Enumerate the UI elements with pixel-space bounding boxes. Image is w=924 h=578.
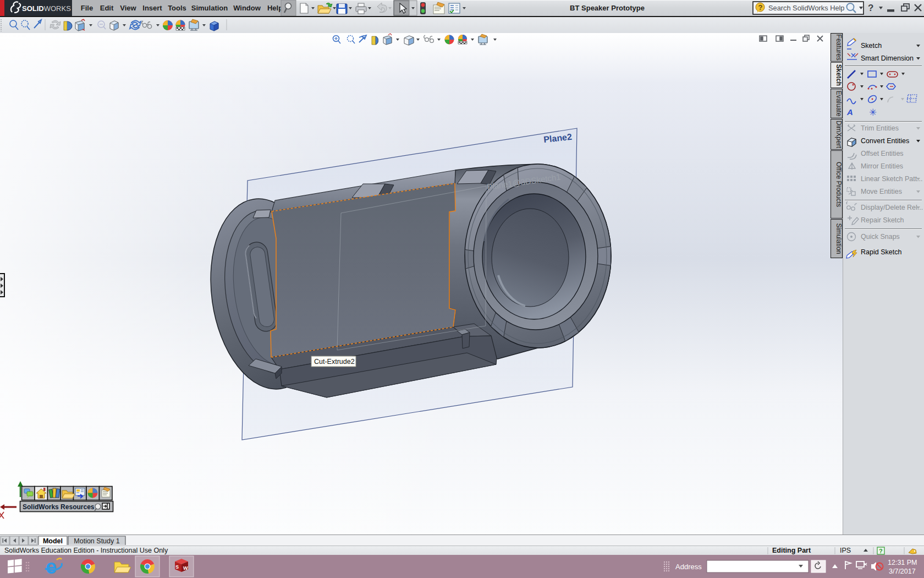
- svg-text:Address: Address: [675, 563, 702, 571]
- svg-text:Move Entities: Move Entities: [861, 188, 902, 195]
- svg-text:S: S: [175, 564, 179, 570]
- svg-text:?: ?: [879, 548, 883, 554]
- svg-text:Simulation: Simulation: [835, 223, 843, 254]
- svg-text:Features: Features: [835, 34, 843, 60]
- svg-text:3/7/2017: 3/7/2017: [889, 568, 916, 575]
- svg-text:A: A: [846, 107, 853, 117]
- svg-text:?: ?: [758, 3, 763, 12]
- svg-text:Offset Entities: Offset Entities: [861, 150, 904, 157]
- svg-text:?: ?: [868, 3, 873, 13]
- svg-text:Smart Dimension: Smart Dimension: [861, 54, 914, 62]
- svg-text:SolidWorks Resources: SolidWorks Resources: [23, 503, 95, 511]
- svg-text:Repair Sketch: Repair Sketch: [861, 216, 904, 224]
- svg-text:e: e: [46, 555, 57, 578]
- svg-text:Evaluate: Evaluate: [835, 91, 843, 117]
- svg-text:✳: ✳: [869, 107, 877, 118]
- svg-text:Sketch: Sketch: [861, 42, 882, 50]
- svg-text:Trim Entities: Trim Entities: [861, 124, 899, 132]
- svg-text:W: W: [183, 565, 188, 571]
- svg-text:12:31 PM: 12:31 PM: [888, 559, 917, 566]
- svg-text:Cut-Extrude2: Cut-Extrude2: [314, 358, 355, 366]
- svg-text:Sketch: Sketch: [835, 64, 843, 86]
- svg-text:Mirror Entities: Mirror Entities: [861, 162, 903, 170]
- svg-text:Quick Snaps: Quick Snaps: [861, 233, 900, 241]
- svg-text:Convert Entities: Convert Entities: [861, 137, 909, 145]
- svg-text:Model: Model: [43, 537, 63, 545]
- svg-text:Search SolidWorks Help: Search SolidWorks Help: [768, 4, 844, 12]
- svg-text:Office Products: Office Products: [835, 162, 843, 207]
- svg-text:DimXpert: DimXpert: [835, 121, 843, 149]
- svg-text:Rapid Sketch: Rapid Sketch: [861, 248, 901, 256]
- svg-text:Motion Study 1: Motion Study 1: [74, 537, 119, 545]
- svg-text:Linear Sketch Patt...: Linear Sketch Patt...: [861, 175, 923, 183]
- svg-text:Display/Delete Rel...: Display/Delete Rel...: [861, 204, 923, 211]
